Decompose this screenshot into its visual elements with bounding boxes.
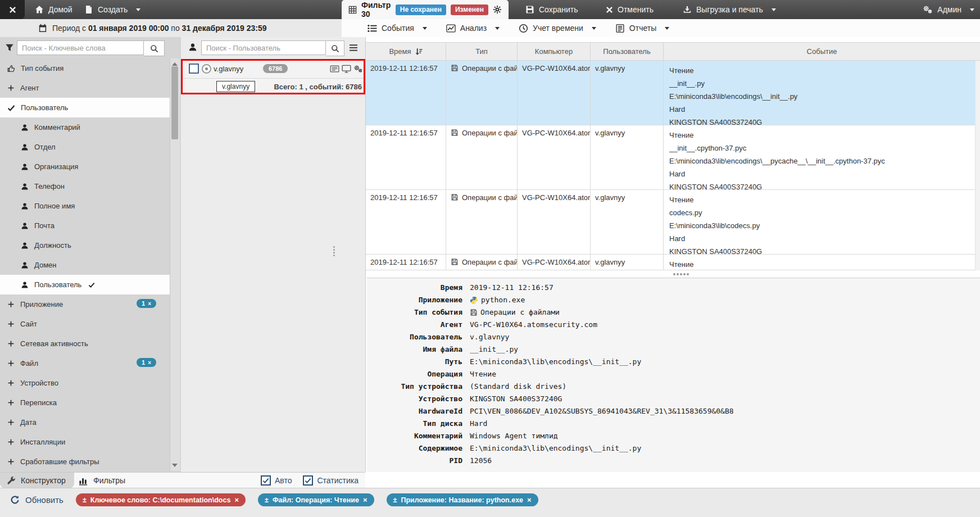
sidebar-item[interactable]: Полное имя — [0, 196, 170, 216]
sidebar-item[interactable]: Переписка — [0, 393, 170, 412]
sidebar-item[interactable]: Пользователь — [0, 98, 170, 117]
table-row[interactable]: 2019-12-11 12:16:57Операции с файлVG-PC-… — [366, 190, 980, 255]
sidebar-item[interactable]: Тип события — [0, 58, 170, 78]
sidebar-item[interactable]: Должность — [0, 235, 170, 255]
filter-count-badge[interactable]: 1× — [137, 299, 156, 308]
detail-label: PID — [367, 455, 462, 467]
sidebar-item[interactable]: Пользователь — [0, 275, 170, 294]
sidebar-item[interactable]: Комментарий — [0, 117, 170, 137]
save-button[interactable]: Сохранить — [525, 0, 578, 19]
column-header-4[interactable]: Событие — [664, 43, 980, 60]
filter-chip-app-name[interactable]: ±Приложение: Название: python.exe× — [387, 493, 538, 506]
plus-minus-toggle[interactable]: ± — [265, 496, 269, 504]
sidebar-item[interactable]: Сработавшие фильтры — [0, 452, 170, 471]
auto-checkbox[interactable]: Авто — [261, 475, 292, 486]
table-row[interactable]: 2019-12-11 12:16:57Операции с файлVG-PC-… — [366, 255, 980, 270]
gears-icon[interactable] — [353, 64, 363, 74]
user-radio[interactable] — [202, 64, 211, 74]
plus-icon — [7, 438, 15, 446]
sidebar-item[interactable]: Инсталляции — [0, 432, 170, 452]
filter-count-badge[interactable]: 1× — [137, 358, 156, 367]
chip-close-icon[interactable]: × — [363, 496, 368, 504]
sidebar-item[interactable]: Домен — [0, 255, 170, 275]
scrollbar-thumb[interactable] — [171, 66, 178, 139]
badge-close-icon[interactable]: × — [148, 301, 151, 307]
filter-chip-keyword[interactable]: ±Ключевое слово: C:\documentation\docs× — [76, 493, 246, 506]
card-view-icon[interactable] — [330, 64, 339, 74]
scroll-down-icon[interactable] — [172, 464, 178, 470]
monitor-icon[interactable] — [342, 64, 351, 74]
sidebar-item[interactable]: Устройство — [0, 373, 170, 393]
period-bar[interactable]: Период с 01 января 2019 00:00 по 31 дека… — [0, 19, 342, 37]
scroll-up-icon[interactable] — [172, 60, 178, 66]
user-name[interactable]: v.glavnyy — [214, 65, 243, 73]
column-header-2[interactable]: Компьютер — [518, 43, 591, 60]
horizontal-splitter[interactable] — [366, 270, 980, 278]
tab-filter30[interactable]: Фильтр 30 Не сохранен Изменен — [342, 0, 509, 19]
splitter-handle-icon[interactable] — [673, 273, 675, 275]
sidebar-item[interactable]: Телефон — [0, 176, 170, 196]
plus-icon — [7, 399, 15, 406]
user-list-item[interactable]: v.glavnyy 6786 — [181, 59, 365, 78]
users-summary: Всего: 1 , событий: 6786 — [274, 83, 362, 91]
filter-chip-file-op[interactable]: ±Файл: Операция: Чтение× — [258, 493, 374, 506]
chip-close-icon[interactable]: × — [527, 496, 532, 504]
column-header-3[interactable]: Пользователь — [591, 43, 664, 60]
user-search-button[interactable] — [326, 40, 344, 56]
column-resize-handle[interactable] — [333, 246, 335, 248]
toolbar-menu-reports[interactable]: Отчеты — [615, 24, 669, 33]
sidebar-item[interactable]: Сайт — [0, 314, 170, 334]
detail-value: E:\miniconda3\lib\encodings\__init__.py — [470, 356, 641, 368]
sidebar-item[interactable]: Агент — [0, 78, 170, 98]
cancel-button[interactable]: Отменить — [606, 0, 654, 19]
sidebar-item[interactable]: Отдел — [0, 137, 170, 157]
create-menu[interactable]: Создать — [84, 0, 140, 19]
sidebar-item[interactable]: Организация — [0, 157, 170, 176]
events-scrollbar[interactable] — [975, 61, 980, 270]
close-panel-button[interactable] — [0, 0, 25, 19]
column-header-0[interactable]: Время — [366, 43, 446, 60]
sidebar-scrollbar[interactable] — [170, 58, 180, 471]
plus-minus-toggle[interactable]: ± — [393, 496, 397, 504]
badge-close-icon[interactable]: × — [148, 360, 151, 366]
stats-checkbox[interactable]: Статистика — [303, 475, 359, 486]
user-search-input[interactable] — [201, 40, 326, 55]
person-icon — [21, 183, 29, 191]
toolbar-menu-events[interactable]: События — [368, 24, 427, 33]
check-icon — [305, 477, 311, 484]
toolbar-menu-analysis[interactable]: Анализ — [446, 24, 500, 33]
sidebar-item[interactable]: Файл1× — [0, 353, 170, 373]
event-line: Чтение — [669, 193, 976, 206]
sidebar-item[interactable]: Дата — [0, 412, 170, 432]
export-print-menu[interactable]: Выгрузка и печать — [683, 0, 776, 19]
event-detail-pane: Время2019-12-11 12:16:57Приложениеpython… — [367, 278, 980, 472]
chevron-down-icon — [665, 27, 669, 30]
admin-menu[interactable]: Админ — [923, 0, 974, 19]
user-checkbox[interactable] — [189, 64, 199, 74]
cell-computer: VG-PC-W10X64.atoms — [518, 255, 591, 270]
cell-type: Операции с файл — [446, 61, 518, 125]
filter-chips: ±Ключевое слово: C:\documentation\docs×±… — [76, 493, 538, 506]
sidebar-item[interactable]: Почта — [0, 216, 170, 235]
keyword-search-button[interactable] — [144, 40, 165, 56]
home-button[interactable]: Домой — [35, 0, 72, 19]
tab-filters[interactable]: Фильтры — [79, 473, 125, 488]
file-operations-icon — [451, 258, 459, 266]
table-row[interactable]: 2019-12-11 12:16:57Операции с файлVG-PC-… — [366, 61, 980, 125]
menu-hamburger-icon[interactable] — [349, 43, 358, 52]
detail-value: Windows Agent тимлид — [470, 430, 558, 442]
column-header-label: Событие — [807, 47, 837, 56]
plus-minus-toggle[interactable]: ± — [83, 496, 87, 504]
sidebar-item[interactable]: Приложение1× — [0, 294, 170, 314]
filter-tab-title: Фильтр 30 — [361, 1, 391, 19]
table-row[interactable]: 2019-12-11 12:16:57Операции с файлVG-PC-… — [366, 125, 980, 190]
refresh-button[interactable]: Обновить — [10, 495, 63, 505]
detail-value: Чтение — [470, 368, 496, 380]
chip-close-icon[interactable]: × — [234, 496, 239, 504]
keyword-search-input[interactable] — [17, 40, 144, 55]
tab-gear-icon[interactable] — [493, 5, 502, 14]
toolbar-menu-timetrack[interactable]: Учет времени — [519, 24, 596, 33]
column-header-1[interactable]: Тип — [446, 43, 518, 60]
tab-constructor[interactable]: Конструктор — [0, 473, 74, 488]
sidebar-item[interactable]: Сетевая активность — [0, 334, 170, 353]
